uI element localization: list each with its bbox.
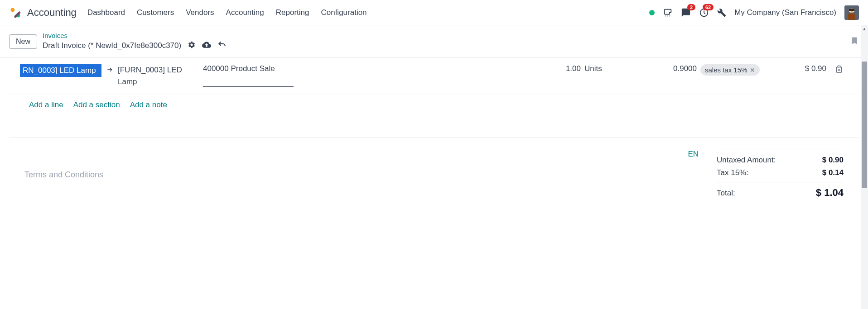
add-line-link[interactable]: Add a line <box>29 100 63 109</box>
uom-field[interactable]: Units <box>584 64 621 73</box>
tools-icon[interactable] <box>717 8 726 17</box>
svg-rect-12 <box>849 11 851 12</box>
messages-badge: 2 <box>687 4 695 10</box>
grand-total-row: Total: $ 1.04 <box>717 182 844 200</box>
tax-cell: sales tax 15% ✕ <box>700 64 764 76</box>
breadcrumb: Invoices Draft Invoice (* NewId_0x7fe8e3… <box>43 32 227 52</box>
bookmark-icon[interactable] <box>850 35 859 48</box>
messages-icon[interactable]: 2 <box>681 8 691 18</box>
untaxed-value: $ 0.90 <box>822 156 844 165</box>
svg-point-1 <box>11 8 15 12</box>
add-actions-row: Add a line Add a section Add a note <box>9 94 859 116</box>
nav-dashboard[interactable]: Dashboard <box>87 8 125 17</box>
nav-reporting[interactable]: Reporting <box>276 8 309 17</box>
company-selector[interactable]: My Company (San Francisco) <box>734 8 836 17</box>
totals-panel: Untaxed Amount: $ 0.90 Tax 15%: $ 0.14 T… <box>717 149 844 200</box>
account-field[interactable]: 400000 Product Sale <box>203 64 294 87</box>
status-indicator <box>649 10 655 15</box>
total-value: $ 1.04 <box>816 187 844 199</box>
new-button[interactable]: New <box>9 34 37 49</box>
spacer-row <box>9 116 859 138</box>
gear-icon[interactable] <box>188 41 196 51</box>
nav-right: 2 62 My Company (San Francisco) <box>649 5 859 20</box>
svg-rect-13 <box>853 11 854 12</box>
product-label[interactable]: [FURN_0003] LED Lamp <box>118 64 199 87</box>
breadcrumb-current: Draft Invoice (* NewId_0x7fe8e300c370) <box>43 40 227 52</box>
tax-total-label: Tax 15%: <box>717 168 748 177</box>
arrow-right-icon <box>105 64 114 73</box>
undo-icon[interactable] <box>217 40 227 52</box>
nav-menu: Dashboard Customers Vendors Accounting R… <box>87 8 367 17</box>
scroll-thumb[interactable] <box>862 62 867 188</box>
nav-vendors[interactable]: Vendors <box>186 8 214 17</box>
sub-header: New Invoices Draft Invoice (* NewId_0x7f… <box>0 25 868 58</box>
nav-configuration[interactable]: Configuration <box>321 8 366 17</box>
svg-rect-10 <box>848 14 855 20</box>
tax-label: sales tax 15% <box>705 66 747 74</box>
add-note-link[interactable]: Add a note <box>130 100 167 109</box>
quantity-field[interactable]: 1.00 <box>545 64 581 73</box>
content-area: [FURN_0003] LED Lamp 400000 Product Sale… <box>0 58 868 220</box>
tax-row: Tax 15%: $ 0.14 <box>717 166 844 179</box>
subtotal-field: $ 0.90 <box>767 64 826 73</box>
svg-rect-11 <box>849 9 854 11</box>
add-section-link[interactable]: Add a section <box>73 100 120 109</box>
cloud-upload-icon[interactable] <box>202 40 211 52</box>
nav-accounting[interactable]: Accounting <box>226 8 264 17</box>
top-nav: Accounting Dashboard Customers Vendors A… <box>0 0 868 25</box>
app-title[interactable]: Accounting <box>27 7 77 19</box>
price-field[interactable]: 0.9000 <box>624 64 697 73</box>
language-badge[interactable]: EN <box>688 150 699 159</box>
scrollbar[interactable]: ▲ <box>861 25 868 220</box>
untaxed-row: Untaxed Amount: $ 0.90 <box>717 154 844 166</box>
record-title: Draft Invoice (* NewId_0x7fe8e300c370) <box>43 41 181 50</box>
phone-icon[interactable] <box>663 8 673 18</box>
tax-chip[interactable]: sales tax 15% ✕ <box>700 64 760 76</box>
untaxed-label: Untaxed Amount: <box>717 156 776 165</box>
footer-area: EN Untaxed Amount: $ 0.90 Tax 15%: $ 0.1… <box>9 138 859 211</box>
tax-total-value: $ 0.14 <box>822 168 844 177</box>
product-input[interactable] <box>20 64 101 77</box>
scroll-up-arrow[interactable]: ▲ <box>862 25 867 32</box>
app-logo[interactable] <box>9 6 22 19</box>
activities-badge: 62 <box>703 4 714 10</box>
total-label: Total: <box>717 187 735 199</box>
tax-remove-icon[interactable]: ✕ <box>750 67 755 74</box>
delete-line-icon[interactable] <box>830 64 848 73</box>
nav-customers[interactable]: Customers <box>137 8 174 17</box>
invoice-line-row: [FURN_0003] LED Lamp 400000 Product Sale… <box>9 58 859 94</box>
activities-icon[interactable]: 62 <box>699 8 709 18</box>
user-avatar[interactable] <box>844 5 859 20</box>
breadcrumb-parent[interactable]: Invoices <box>43 32 227 39</box>
terms-input[interactable] <box>24 149 670 200</box>
